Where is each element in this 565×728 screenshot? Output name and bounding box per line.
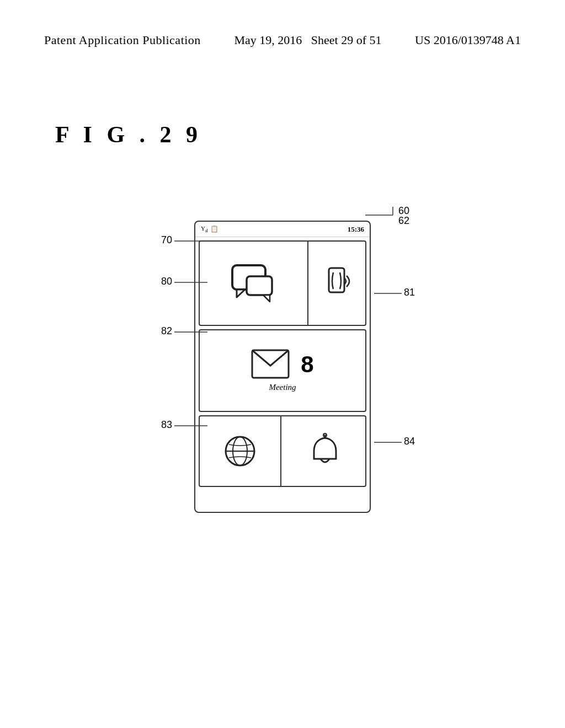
label-84: 84 xyxy=(374,436,415,447)
label-62: 62 xyxy=(398,215,409,227)
line-84 xyxy=(374,438,402,447)
label-83: 83 xyxy=(161,419,207,431)
sheet-num: Sheet 29 of 51 xyxy=(311,33,382,47)
status-bar: Yıl 📋 15:36 xyxy=(195,222,370,237)
mid-row-content: 8 xyxy=(251,349,313,379)
ref-70: 70 xyxy=(161,234,172,245)
label-81: 81 xyxy=(374,287,415,298)
status-left: Yıl 📋 xyxy=(201,225,218,233)
calendar-icon: 📋 xyxy=(210,225,218,233)
publication-label: Patent Application Publication xyxy=(44,33,201,47)
label-70: 70 xyxy=(161,234,207,246)
page-header: Patent Application Publication May 19, 2… xyxy=(0,33,565,47)
svg-rect-4 xyxy=(329,268,344,292)
sheet-info: May 19, 2016 Sheet 29 of 51 xyxy=(234,33,381,47)
ref-83: 83 xyxy=(161,419,172,430)
bell-cell[interactable] xyxy=(285,416,365,486)
svg-marker-1 xyxy=(237,290,245,297)
signal-icon: Yıl xyxy=(201,225,208,233)
line-82 xyxy=(174,328,207,336)
chat-cell[interactable] xyxy=(200,242,308,325)
ref-82: 82 xyxy=(161,325,172,336)
bell-icon xyxy=(308,432,342,470)
globe-icon xyxy=(223,435,257,468)
device-content: 8 Meeting xyxy=(195,237,370,512)
patent-number: US 2016/0139748 A1 xyxy=(415,33,521,47)
envelope-icon xyxy=(251,349,290,379)
figure-label: F I G . 2 9 xyxy=(55,121,202,148)
clock: 15:36 xyxy=(348,225,364,234)
pub-date: May 19, 2016 xyxy=(234,33,302,47)
line-80 xyxy=(174,278,207,287)
ref-62: 62 xyxy=(398,215,409,226)
diagram-area: Yıl 📋 15:36 xyxy=(145,204,420,524)
device-mockup: Yıl 📋 15:36 xyxy=(194,221,371,513)
svg-rect-2 xyxy=(247,276,272,295)
label-80: 80 xyxy=(161,276,207,287)
line-70 xyxy=(174,237,207,245)
phone-icon xyxy=(324,267,352,300)
ref-81: 81 xyxy=(404,287,415,298)
top-row xyxy=(199,240,366,326)
bot-row xyxy=(199,415,366,487)
chat-bubbles-icon xyxy=(231,264,275,303)
phone-cell[interactable] xyxy=(312,242,365,325)
meeting-label: Meeting xyxy=(269,383,296,392)
mid-row: 8 Meeting xyxy=(199,329,366,412)
line-81 xyxy=(374,289,402,298)
line-83 xyxy=(174,421,207,430)
globe-cell[interactable] xyxy=(200,416,281,486)
ref-84: 84 xyxy=(404,436,415,447)
label-82: 82 xyxy=(161,325,207,337)
svg-marker-3 xyxy=(263,295,270,302)
ref-80: 80 xyxy=(161,276,172,287)
meeting-count: 8 xyxy=(301,351,313,378)
